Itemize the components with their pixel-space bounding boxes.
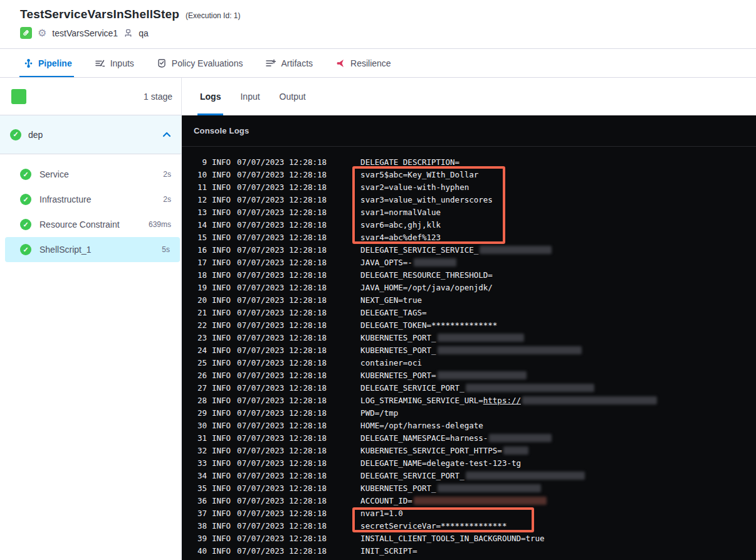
log-line-number: 19 [182,283,207,292]
log-message: secretServiceVar=************** [360,521,507,531]
step-row-resource-constraint[interactable]: ✓Resource Constraint639ms [0,212,181,237]
log-message: KUBERNETES_PORT_ [360,333,523,342]
log-line-number: 17 [182,258,207,267]
tab-label: Policy Evaluations [172,58,243,68]
log-timestamp: 07/07/2023 12:28:18 [237,421,327,430]
log-level: INFO [212,170,231,179]
log-level: INFO [212,458,231,468]
log-message: DELEGATE_DESCRIPTION= [360,157,459,167]
log-timestamp: 07/07/2023 12:28:18 [237,320,327,330]
redacted-value [503,446,528,455]
service-link-icon [20,27,32,39]
page-title: TestServiceVarsInShellStep [20,8,179,21]
step-success-icon: ✓ [20,219,31,230]
log-message: DELEGATE_NAME=delegate-test-123-tg [360,458,521,468]
log-level: INFO [212,220,231,230]
log-line-24: 24INFO07/07/2023 12:28:18KUBERNETES_PORT… [182,344,756,356]
stage-row-dep[interactable]: ✓ dep [0,115,181,154]
redacted-value [438,334,524,342]
log-line-number: 38 [182,521,207,531]
log-timestamp: 07/07/2023 12:28:18 [237,396,327,405]
log-message: KUBERNETES_PORT_ [360,483,540,493]
step-label: ShellScript_1 [39,245,92,255]
log-level: INFO [212,245,231,255]
sidebar-header: 1 stage [0,78,181,115]
log-panel-tabs: LogsInputOutput [182,78,756,115]
log-message: DELEGATE_SERVICE_PORT_ [360,471,585,480]
step-duration: 2s [163,170,171,179]
main-split: 1 stage ✓ dep ✓Service2s✓Infrastructure2… [0,78,756,560]
step-success-icon: ✓ [20,169,31,180]
log-line-number: 18 [182,270,207,280]
tab-policy-evaluations[interactable]: Policy Evaluations [157,49,243,77]
log-level: INFO [212,421,231,430]
log-level: INFO [212,258,231,267]
log-line-29: 29INFO07/07/2023 12:28:18PWD=/tmp [182,406,756,419]
log-timestamp: 07/07/2023 12:28:18 [237,483,327,493]
log-message: INSTALL_CLIENT_TOOLS_IN_BACKGROUND=true [360,534,545,543]
tab-artifacts[interactable]: Artifacts [265,49,313,77]
console-panel: Console Logs 9INFO07/07/2023 12:28:18DEL… [182,115,756,560]
log-timestamp: 07/07/2023 12:28:18 [237,182,327,192]
log-line-14: 14INFO07/07/2023 12:28:18svar6=abc,ghj,k… [182,218,756,231]
tab-label: Resilience [350,58,391,68]
log-level: INFO [212,396,231,405]
tab-resilience[interactable]: Resilience [335,49,391,77]
redacted-value [466,472,585,480]
log-line-number: 27 [182,383,207,393]
log-line-number: 21 [182,308,207,317]
tab-inputs[interactable]: Inputs [95,49,134,77]
console-tab-output[interactable]: Output [280,78,306,115]
environment-name: qa [139,28,149,38]
console-title: Console Logs [194,126,249,135]
redacted-value [438,484,541,492]
log-line-28: 28INFO07/07/2023 12:28:18LOG_STREAMING_S… [182,394,756,406]
log-line-number: 36 [182,496,207,505]
log-level: INFO [212,270,231,280]
log-timestamp: 07/07/2023 12:28:18 [237,446,327,455]
log-line-30: 30INFO07/07/2023 12:28:18HOME=/opt/harne… [182,419,756,431]
log-timestamp: 07/07/2023 12:28:18 [237,534,327,543]
log-level: INFO [212,471,231,480]
tab-pipeline[interactable]: Pipeline [24,49,72,77]
log-line-27: 27INFO07/07/2023 12:28:18DELEGATE_SERVIC… [182,381,756,394]
log-timestamp: 07/07/2023 12:28:18 [237,546,327,556]
stage-status-square[interactable] [11,89,26,104]
log-line-38: 38INFO07/07/2023 12:28:18secretServiceVa… [182,519,756,532]
log-line-12: 12INFO07/07/2023 12:28:18svar3=value_wit… [182,193,756,206]
log-line-15: 15INFO07/07/2023 12:28:18svar4=abc%def%1… [182,231,756,243]
step-duration: 5s [162,245,170,254]
log-level: INFO [212,546,231,556]
log-line-16: 16INFO07/07/2023 12:28:18DELEGATE_SERVIC… [182,243,756,256]
log-message: DELEGATE_TAGS= [360,308,426,317]
console-tab-logs[interactable]: Logs [200,78,221,115]
log-line-number: 40 [182,546,207,556]
log-level: INFO [212,233,231,242]
service-name: testVarsService1 [52,28,118,38]
step-label: Service [39,169,69,179]
step-row-service[interactable]: ✓Service2s [0,162,181,187]
chevron-up-icon[interactable] [162,132,171,137]
environment-icon [123,28,133,38]
step-list: ✓Service2s✓Infrastructure2s✓Resource Con… [0,154,181,262]
log-message: HOME=/opt/harness-delegate [360,421,483,430]
step-row-shellscript-1[interactable]: ✓ShellScript_15s [5,237,180,262]
log-line-number: 37 [182,509,207,518]
pipeline-icon [24,58,33,68]
log-line-26: 26INFO07/07/2023 12:28:18KUBERNETES_PORT… [182,369,756,381]
step-row-infrastructure[interactable]: ✓Infrastructure2s [0,187,181,212]
stage-name: dep [28,130,155,140]
service-settings-icon: ⚙ [38,28,46,38]
console-log-area[interactable]: 9INFO07/07/2023 12:28:18DELEGATE_DESCRIP… [182,147,756,557]
log-line-13: 13INFO07/07/2023 12:28:18svar1=normalVal… [182,206,756,218]
log-level: INFO [212,346,231,355]
log-url-link[interactable]: https:// [483,396,521,405]
log-message: JAVA_OPTS=- [360,258,456,267]
log-message: DELEGATE_SERVICE_PORT_ [360,383,594,393]
log-line-31: 31INFO07/07/2023 12:28:18DELEGATE_NAMESP… [182,431,756,444]
stages-sidebar: 1 stage ✓ dep ✓Service2s✓Infrastructure2… [0,78,182,560]
console-tab-input[interactable]: Input [240,78,260,115]
log-message: svar6=abc,ghj,klk [360,220,441,230]
step-duration: 2s [163,195,171,204]
log-line-number: 31 [182,433,207,443]
